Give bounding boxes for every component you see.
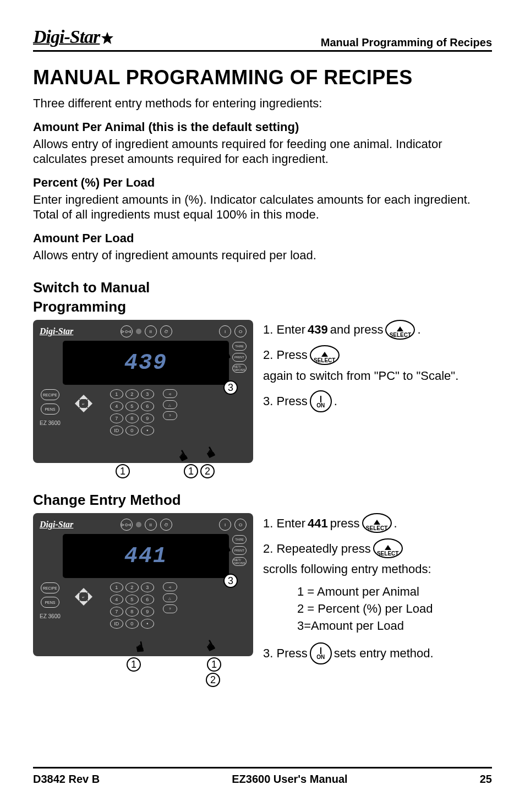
method2-body: Enter ingredient amounts in (%). Indicat…: [33, 192, 492, 222]
key-0[interactable]: 0: [125, 426, 139, 435]
page-header: Digi-Star Manual Programming of Recipes: [33, 26, 492, 52]
tare-button[interactable]: TARE: [232, 535, 247, 544]
star-icon: [101, 28, 114, 49]
on-button[interactable]: I: [219, 325, 231, 337]
entry-option-2: 2 = Percent (%) per Load: [297, 601, 492, 618]
select-label: SELECT: [314, 358, 335, 363]
model-label: EZ 3600: [40, 613, 61, 619]
help-button[interactable]: ?: [163, 411, 177, 420]
lcd-display: 441: [63, 534, 229, 578]
header-section-title: Manual Programming of Recipes: [321, 36, 492, 49]
section2-heading: Change Entry Method: [33, 491, 492, 510]
s1-step1-b: 439: [308, 321, 328, 339]
lcd-display: 439: [63, 341, 229, 385]
netgross-button[interactable]: NET/GROSS: [232, 364, 247, 373]
function-button[interactable]: ⊲: [163, 582, 177, 591]
pens-button[interactable]: PENS: [41, 597, 59, 608]
select-label: SELECT: [366, 526, 387, 531]
down-arrow-icon[interactable]: [79, 408, 88, 417]
pens-button[interactable]: PENS: [41, 404, 59, 415]
hold-button[interactable]: II: [145, 519, 157, 531]
entry-method-list: 1 = Amount per Animal 2 = Percent (%) pe…: [263, 584, 492, 634]
s1-step3-a: 3. Press: [263, 393, 308, 410]
led-icon: [136, 522, 141, 527]
key-8[interactable]: 8: [125, 413, 139, 423]
key-6[interactable]: 6: [141, 595, 154, 604]
key-6[interactable]: 6: [141, 401, 154, 411]
page-footer: D3842 Rev B EZ3600 User's Manual 25: [33, 767, 492, 786]
key-7[interactable]: 7: [110, 413, 123, 423]
numeric-keypad: 1 2 3 4 5 6 7 8 9 ID 0 •: [110, 582, 154, 629]
key-3[interactable]: 3: [141, 389, 154, 399]
enter-button[interactable]: ↵: [78, 398, 89, 409]
s1-step2-b: again to switch from "PC" to "Scale".: [263, 367, 458, 385]
callout-1a: 1: [116, 464, 130, 478]
right-arrow-icon[interactable]: [88, 399, 97, 408]
enter-button[interactable]: ↵: [78, 591, 89, 602]
key-0[interactable]: 0: [125, 619, 139, 629]
entry-option-1: 1 = Amount per Animal: [297, 584, 492, 601]
on-button[interactable]: I: [219, 519, 231, 531]
key-3[interactable]: 3: [141, 582, 154, 592]
intro-text: Three different entry methods for enteri…: [33, 96, 492, 111]
zero-button[interactable]: ⊳0⊲: [121, 519, 133, 531]
callout-2: 2: [200, 464, 215, 478]
key-1[interactable]: 1: [110, 582, 123, 592]
on-key-icon: ON: [310, 642, 332, 664]
key-id[interactable]: ID: [110, 426, 123, 435]
s2-step1-c: press: [330, 515, 360, 532]
nav-diamond[interactable]: ↵: [73, 393, 95, 415]
select-key-icon: SELECT: [373, 538, 403, 558]
s2-step1-b: 441: [308, 515, 328, 532]
key-9[interactable]: 9: [141, 607, 154, 617]
pointer-hand-icon: ☚: [199, 443, 220, 462]
method3-body: Allows entry of ingredient amounts requi…: [33, 248, 492, 263]
key-2[interactable]: 2: [125, 389, 139, 399]
s2-step1-a: 1. Enter: [263, 515, 305, 532]
brand-text: Digi-Star: [33, 26, 100, 47]
nav-diamond[interactable]: ↵: [73, 586, 95, 608]
section1-steps: 1. Enter 439 and press SELECT. 2. Press …: [263, 320, 492, 418]
key-dot[interactable]: •: [141, 619, 154, 629]
timer-button[interactable]: ⏱: [160, 519, 172, 531]
off-button[interactable]: O: [234, 519, 247, 531]
key-1[interactable]: 1: [110, 389, 123, 399]
key-8[interactable]: 8: [125, 607, 139, 617]
footer-right: 25: [480, 773, 492, 786]
key-7[interactable]: 7: [110, 607, 123, 617]
key-5[interactable]: 5: [125, 595, 139, 604]
s2-step2-b: scrolls following entry methods:: [263, 560, 431, 578]
help-button[interactable]: ?: [163, 604, 177, 613]
key-4[interactable]: 4: [110, 401, 123, 411]
display-value: 439: [124, 351, 167, 375]
off-button[interactable]: O: [234, 325, 247, 337]
down-arrow-icon[interactable]: [79, 601, 88, 610]
hold-button[interactable]: II: [145, 325, 157, 337]
numeric-keypad: 1 2 3 4 5 6 7 8 9 ID 0 •: [110, 389, 154, 435]
recipe-button[interactable]: RECIPE: [41, 389, 59, 400]
device-logo: Digi-Star: [40, 326, 73, 336]
on-label: ON: [316, 403, 325, 408]
s2-step2-a: 2. Repeatedly press: [263, 540, 371, 558]
function-button[interactable]: ⊲: [163, 389, 177, 398]
key-2[interactable]: 2: [125, 582, 139, 592]
s1-step2-a: 2. Press: [263, 346, 308, 364]
netgross-button[interactable]: NET/GROSS: [232, 557, 247, 566]
device-panel-2: Digi-Star ⊳0⊲ II ⏱ I O 441 TARE: [33, 513, 253, 656]
select-key-icon: SELECT: [385, 320, 415, 340]
key-4[interactable]: 4: [110, 595, 123, 604]
select-button[interactable]: △: [163, 593, 177, 602]
right-arrow-icon[interactable]: [88, 592, 97, 601]
select-button[interactable]: △: [163, 400, 177, 409]
zero-button[interactable]: ⊳0⊲: [121, 325, 133, 337]
timer-button[interactable]: ⏱: [160, 325, 172, 337]
callout-2: 2: [206, 673, 220, 687]
tare-button[interactable]: TARE: [232, 342, 247, 351]
select-label: SELECT: [377, 551, 398, 557]
key-dot[interactable]: •: [141, 426, 154, 435]
s1-step1-a: 1. Enter: [263, 321, 305, 339]
key-id[interactable]: ID: [110, 619, 123, 629]
key-5[interactable]: 5: [125, 401, 139, 411]
recipe-button[interactable]: RECIPE: [41, 582, 59, 593]
key-9[interactable]: 9: [141, 413, 154, 423]
